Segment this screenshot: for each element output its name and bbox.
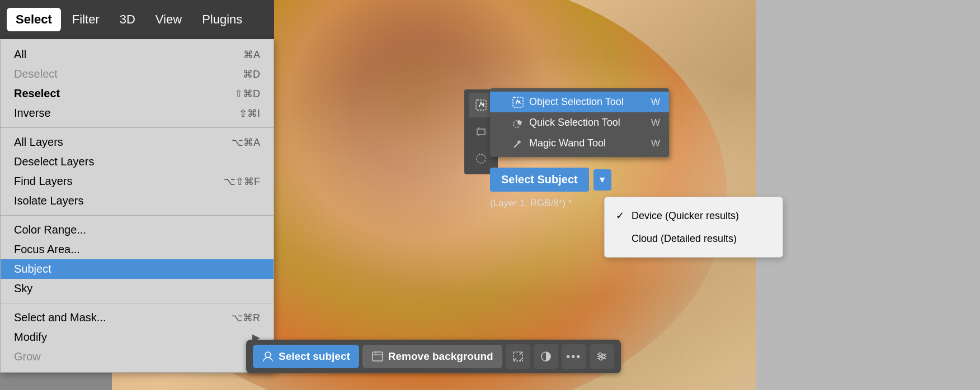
flyout-quick-shortcut: W <box>651 117 660 129</box>
menu-grow: Grow <box>1 347 274 367</box>
svg-point-4 <box>265 352 271 358</box>
flyout-quick-label: Quick Selection Tool <box>529 117 620 129</box>
subject-cloud-option[interactable]: Cloud (Detailed results) <box>605 227 783 250</box>
select-dropdown-menu: All ⌘A Deselect ⌘D Reselect ⇧⌘D Inverse … <box>0 39 274 373</box>
subject-processing-dropdown: ✓ Device (Quicker results) Cloud (Detail… <box>604 197 783 258</box>
half-circle-icon <box>540 350 552 363</box>
selection-resize-icon <box>512 350 524 363</box>
menu-focus-area[interactable]: Focus Area... <box>1 240 274 259</box>
more-options-dots: ••• <box>566 350 581 363</box>
menu-deselect-layers[interactable]: Deselect Layers <box>1 152 274 172</box>
magic-wand-icon <box>512 138 524 149</box>
select-subject-bar: Select Subject ▼ <box>490 168 611 192</box>
device-label: Device (Quicker results) <box>632 210 739 222</box>
selected-indicator <box>499 99 505 105</box>
remove-background-label: Remove background <box>388 350 493 363</box>
selection-resize-icon-btn[interactable] <box>506 344 530 369</box>
menu-find-layers[interactable]: Find Layers ⌥⇧⌘F <box>1 172 274 191</box>
flyout-object-label: Object Selection Tool <box>529 96 624 108</box>
menu-select[interactable]: Select <box>7 8 61 31</box>
menu-all-layers[interactable]: All Layers ⌥⌘A <box>1 132 274 152</box>
flyout-wand-label: Magic Wand Tool <box>529 137 606 149</box>
menu-modify[interactable]: Modify ▶ <box>1 327 274 347</box>
select-subject-button[interactable]: Select Subject <box>490 168 589 192</box>
object-selection-icon <box>512 97 524 108</box>
remove-background-icon <box>371 350 384 363</box>
menu-select-and-mask[interactable]: Select and Mask... ⌥⌘R <box>1 308 274 327</box>
menu-section-3: Color Range... Focus Area... Subject Sky <box>1 219 274 299</box>
svg-point-11 <box>599 353 601 356</box>
menu-reselect[interactable]: Reselect ⇧⌘D <box>1 84 274 103</box>
status-bar-text: (Layer 1, RGB/8*) * <box>490 198 572 209</box>
flyout-magic-wand[interactable]: Magic Wand Tool W <box>490 133 669 154</box>
menu-subject[interactable]: Subject <box>1 259 274 279</box>
flyout-wand-shortcut: W <box>651 138 660 149</box>
settings-sliders-icon <box>596 350 608 363</box>
flyout-object-selection[interactable]: Object Selection Tool W <box>490 92 669 112</box>
menu-view[interactable]: View <box>147 8 191 31</box>
menu-divider-1 <box>1 127 274 128</box>
svg-rect-1 <box>477 154 486 163</box>
settings-sliders-button[interactable] <box>590 344 614 369</box>
menu-3d[interactable]: 3D <box>111 8 144 31</box>
quick-selection-icon <box>512 117 524 129</box>
device-checkmark: ✓ <box>616 210 627 222</box>
menu-section-4: Select and Mask... ⌥⌘R Modify ▶ Grow <box>1 307 274 368</box>
flyout-quick-selection[interactable]: Quick Selection Tool W <box>490 112 669 133</box>
more-options-button[interactable]: ••• <box>562 344 586 369</box>
cloud-label: Cloud (Detailed results) <box>632 233 737 245</box>
select-subject-bottom-button[interactable]: Select subject <box>253 345 359 368</box>
menu-section-2: All Layers ⌥⌘A Deselect Layers Find Laye… <box>1 131 274 212</box>
menu-sky[interactable]: Sky <box>1 279 274 298</box>
half-circle-icon-btn[interactable] <box>534 344 558 369</box>
svg-point-13 <box>599 358 602 360</box>
menu-filter[interactable]: Filter <box>63 8 109 31</box>
select-subject-bottom-label: Select subject <box>279 350 350 363</box>
select-subject-dropdown-arrow[interactable]: ▼ <box>593 169 611 191</box>
menu-section-1: All ⌘A Deselect ⌘D Reselect ⇧⌘D Inverse … <box>1 44 274 124</box>
menu-deselect[interactable]: Deselect ⌘D <box>1 64 274 84</box>
svg-rect-5 <box>373 352 383 361</box>
menu-all[interactable]: All ⌘A <box>1 45 274 64</box>
menu-isolate-layers[interactable]: Isolate Layers <box>1 191 274 211</box>
svg-point-12 <box>602 355 605 358</box>
tool-flyout: Object Selection Tool W Quick Selection … <box>490 88 669 157</box>
bottom-toolbar: Select subject Remove background ••• <box>246 340 621 373</box>
menu-color-range[interactable]: Color Range... <box>1 220 274 240</box>
menubar: Select Filter 3D View Plugins <box>0 0 274 39</box>
flyout-object-shortcut: W <box>651 97 660 108</box>
menu-inverse[interactable]: Inverse ⇧⌘I <box>1 103 274 123</box>
bg-gray-right <box>756 0 980 390</box>
menu-plugins[interactable]: Plugins <box>193 8 251 31</box>
menu-divider-3 <box>1 303 274 303</box>
remove-background-button[interactable]: Remove background <box>362 345 502 368</box>
select-subject-bottom-icon <box>262 350 274 363</box>
menu-divider-2 <box>1 215 274 216</box>
subject-device-option[interactable]: ✓ Device (Quicker results) <box>605 204 783 227</box>
